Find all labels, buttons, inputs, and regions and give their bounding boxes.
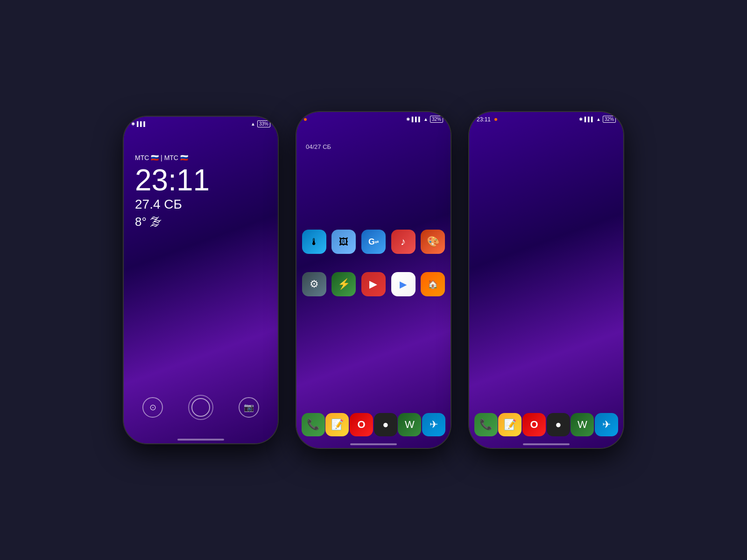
dock3-camera[interactable]: ● [547, 413, 570, 436]
themes-app-icon: 🎨 [421, 230, 445, 254]
security-app-icon: ⚡ [331, 272, 356, 296]
home-indicator-2 [350, 443, 397, 445]
gallery-app-icon: 🖼 [331, 230, 356, 254]
camera-shortcut[interactable]: ⊙ [142, 397, 163, 418]
lockscreen-content: МТС 🇷🇺 | МТС 🇷🇺 23:11 27.4 СБ 8° 🌫 [135, 154, 210, 229]
bluetooth-icon-2: ✱ [406, 117, 410, 122]
xiaomicomm-app-icon: 🏠 [421, 272, 445, 296]
status-right-1: ▲ 33% [251, 120, 270, 127]
signal-icon-3: ▌▌▌ [585, 117, 594, 122]
status-right-3: ✱ ▌▌▌ ▲ 32% [579, 116, 616, 123]
home-button-inner [191, 398, 210, 417]
lock-bottom-controls: ⊙ 📷 [124, 395, 278, 420]
battery-icon-1: 33% [257, 120, 270, 127]
carrier-display: МТС 🇷🇺 | МТС 🇷🇺 [135, 154, 210, 161]
dock-3: 📞 📝 O ● W ✈ [474, 413, 619, 436]
status-right-2: ✱ ▌▌▌ ▲ 32% [406, 116, 443, 123]
dock3-phone[interactable]: 📞 [474, 413, 498, 436]
dock3-whatsapp[interactable]: W [571, 413, 594, 436]
phone-appdrawer: 23:11 ✱ ▌▌▌ ▲ 32% # Калькулятор [469, 112, 623, 448]
dock-2: 📞 📝 O ● W ✈ [301, 413, 446, 436]
status-left-1: ✱ ▌▌▌ [131, 121, 147, 126]
youtube-app-icon: ▶ [361, 272, 386, 296]
phone-lockscreen: ✱ ▌▌▌ ▲ 33% МТС 🇷🇺 | МТС 🇷🇺 23:11 27.4 С… [124, 117, 278, 443]
dock-whatsapp[interactable]: W [398, 413, 421, 436]
lock-weather: 8° 🌫 [135, 215, 210, 229]
status-left-3: 23:11 [477, 116, 497, 123]
time-display-3: 23:11 [477, 116, 491, 123]
status-bar-2: ✱ ▌▌▌ ▲ 32% [296, 112, 451, 125]
dock-camera[interactable]: ● [374, 413, 397, 436]
weather-app-icon: 🌡 [302, 230, 326, 254]
wifi-icon-3: ▲ [596, 117, 601, 122]
battery-icon-3: 32% [603, 116, 616, 123]
bluetooth-icon: ✱ [131, 121, 135, 126]
home-button[interactable] [188, 395, 213, 420]
photo-shortcut[interactable]: 📷 [239, 397, 259, 418]
dock-notes[interactable]: 📝 [325, 413, 349, 436]
carrier-text: МТС 🇷🇺 | МТС 🇷🇺 [135, 154, 188, 161]
weather-icon: 🌫 [150, 215, 162, 229]
googleplay-app-icon: ▶ [391, 272, 416, 296]
settings-app-icon: ⚙ [302, 272, 326, 296]
music-app-icon: ♪ [391, 230, 416, 254]
translate-app-icon: G ⇄ [361, 230, 386, 254]
lock-date: 27.4 СБ [135, 197, 210, 212]
status-bar-1: ✱ ▌▌▌ ▲ 33% [124, 117, 278, 129]
battery-icon-2: 32% [430, 116, 443, 123]
wifi-icon: ▲ [251, 121, 255, 126]
dock-opera[interactable]: O [350, 413, 373, 436]
wifi-icon-2: ▲ [423, 117, 428, 122]
bluetooth-icon-3: ✱ [579, 117, 583, 122]
home-indicator-1 [177, 439, 224, 441]
notification-dot-2 [304, 118, 307, 121]
dock-telegram[interactable]: ✈ [422, 413, 445, 436]
dock-phone[interactable]: 📞 [302, 413, 325, 436]
dock3-notes[interactable]: 📝 [498, 413, 521, 436]
dock3-opera[interactable]: O [522, 413, 546, 436]
photo-icon: 📷 [244, 402, 254, 413]
phone-homescreen: ✱ ▌▌▌ ▲ 32% 04/27 СБ 23:11 8°С. 🌡 Погода [296, 112, 451, 448]
signal-icon: ▌▌▌ [137, 121, 147, 126]
camera-icon: ⊙ [149, 402, 156, 413]
status-left-2 [304, 118, 307, 121]
dock3-telegram[interactable]: ✈ [595, 413, 618, 436]
status-bar-3: 23:11 ✱ ▌▌▌ ▲ 32% [469, 112, 623, 125]
home-indicator-3 [523, 443, 570, 445]
notification-dot-3 [494, 118, 497, 121]
signal-icon-2: ▌▌▌ [412, 117, 422, 122]
lock-time: 23:11 [135, 165, 210, 195]
widget-date: 04/27 СБ [306, 143, 441, 150]
